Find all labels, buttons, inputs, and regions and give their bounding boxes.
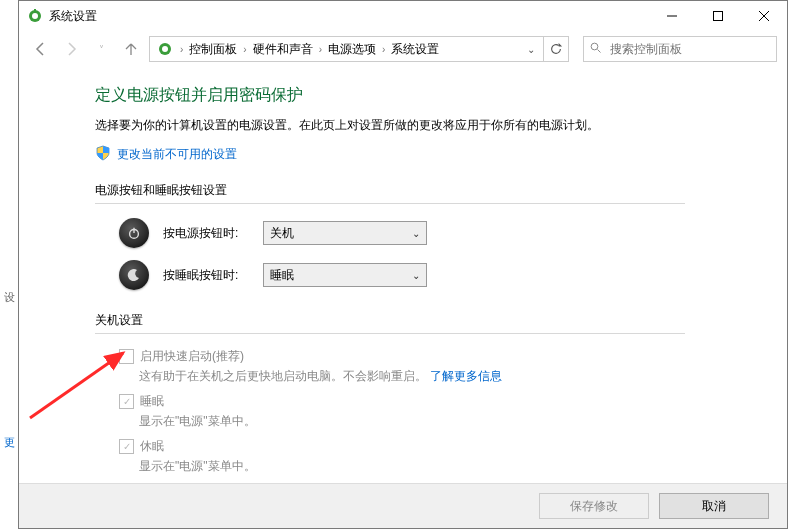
svg-point-1 bbox=[32, 13, 38, 19]
chevron-down-icon: ⌄ bbox=[412, 270, 420, 281]
svg-point-8 bbox=[162, 46, 168, 52]
maximize-button[interactable] bbox=[695, 1, 741, 31]
cancel-button[interactable]: 取消 bbox=[659, 493, 769, 519]
window-title: 系统设置 bbox=[49, 8, 649, 25]
chevron-right-icon: › bbox=[178, 44, 185, 55]
sleep-option-label: 睡眠 bbox=[140, 393, 164, 410]
save-button[interactable]: 保存修改 bbox=[539, 493, 649, 519]
sleep-button-label: 按睡眠按钮时: bbox=[163, 267, 263, 284]
chevron-right-icon: › bbox=[380, 44, 387, 55]
power-button-label: 按电源按钮时: bbox=[163, 225, 263, 242]
dropdown-value: 睡眠 bbox=[270, 267, 294, 284]
breadcrumb-item[interactable]: 硬件和声音 bbox=[249, 41, 317, 58]
search-input[interactable] bbox=[608, 41, 770, 57]
fast-startup-checkbox bbox=[119, 349, 134, 364]
search-box[interactable] bbox=[583, 36, 777, 62]
app-icon bbox=[27, 8, 43, 24]
svg-line-10 bbox=[598, 49, 601, 52]
background-strip: 设 更 bbox=[0, 0, 18, 529]
section-title-buttons: 电源按钮和睡眠按钮设置 bbox=[95, 182, 787, 199]
breadcrumb-item[interactable]: 系统设置 bbox=[387, 41, 443, 58]
minimize-button[interactable] bbox=[649, 1, 695, 31]
hibernate-option-label: 休眠 bbox=[140, 438, 164, 455]
sleep-option-description: 显示在"电源"菜单中。 bbox=[139, 413, 787, 430]
chevron-right-icon: › bbox=[241, 44, 248, 55]
change-unavailable-link[interactable]: 更改当前不可用的设置 bbox=[117, 146, 237, 163]
sleep-icon bbox=[119, 260, 149, 290]
chevron-right-icon: › bbox=[317, 44, 324, 55]
breadcrumb-item[interactable]: 控制面板 bbox=[185, 41, 241, 58]
breadcrumb-dropdown[interactable]: ⌄ bbox=[521, 44, 541, 55]
sleep-checkbox bbox=[119, 394, 134, 409]
navbar: ˅ › 控制面板 › 硬件和声音 › 电源选 bbox=[19, 31, 787, 67]
close-button[interactable] bbox=[741, 1, 787, 31]
breadcrumb-item[interactable]: 电源选项 bbox=[324, 41, 380, 58]
shield-icon bbox=[95, 145, 111, 164]
breadcrumb-icon bbox=[156, 40, 174, 58]
svg-rect-4 bbox=[714, 12, 723, 21]
search-icon bbox=[590, 42, 602, 57]
fast-startup-label: 启用快速启动(推荐) bbox=[140, 348, 244, 365]
titlebar: 系统设置 bbox=[19, 1, 787, 31]
section-title-shutdown: 关机设置 bbox=[95, 312, 787, 329]
learn-more-link[interactable]: 了解更多信息 bbox=[430, 369, 502, 383]
chevron-down-icon: ⌄ bbox=[412, 228, 420, 239]
svg-rect-2 bbox=[34, 9, 36, 13]
page-description: 选择要为你的计算机设置的电源设置。在此页上对设置所做的更改将应用于你所有的电源计… bbox=[95, 116, 787, 135]
nav-up-button[interactable] bbox=[119, 37, 143, 61]
nav-back-button[interactable] bbox=[29, 37, 53, 61]
footer: 保存修改 取消 bbox=[19, 483, 787, 528]
hibernate-option-description: 显示在"电源"菜单中。 bbox=[139, 458, 787, 475]
nav-recent-button[interactable]: ˅ bbox=[89, 37, 113, 61]
section-divider bbox=[95, 203, 685, 204]
svg-point-9 bbox=[591, 43, 598, 50]
sleep-button-dropdown[interactable]: 睡眠 ⌄ bbox=[263, 263, 427, 287]
page-heading: 定义电源按钮并启用密码保护 bbox=[95, 85, 787, 106]
system-settings-window: 系统设置 ˅ bbox=[18, 0, 788, 529]
refresh-button[interactable] bbox=[544, 36, 569, 62]
breadcrumb[interactable]: › 控制面板 › 硬件和声音 › 电源选项 › 系统设置 ⌄ bbox=[149, 36, 544, 62]
hibernate-checkbox bbox=[119, 439, 134, 454]
power-button-dropdown[interactable]: 关机 ⌄ bbox=[263, 221, 427, 245]
fast-startup-description: 这有助于在关机之后更快地启动电脑。不会影响重启。 了解更多信息 bbox=[139, 368, 787, 385]
dropdown-value: 关机 bbox=[270, 225, 294, 242]
section-divider bbox=[95, 333, 685, 334]
content-area: 定义电源按钮并启用密码保护 选择要为你的计算机设置的电源设置。在此页上对设置所做… bbox=[19, 67, 787, 483]
power-icon bbox=[119, 218, 149, 248]
nav-forward-button[interactable] bbox=[59, 37, 83, 61]
